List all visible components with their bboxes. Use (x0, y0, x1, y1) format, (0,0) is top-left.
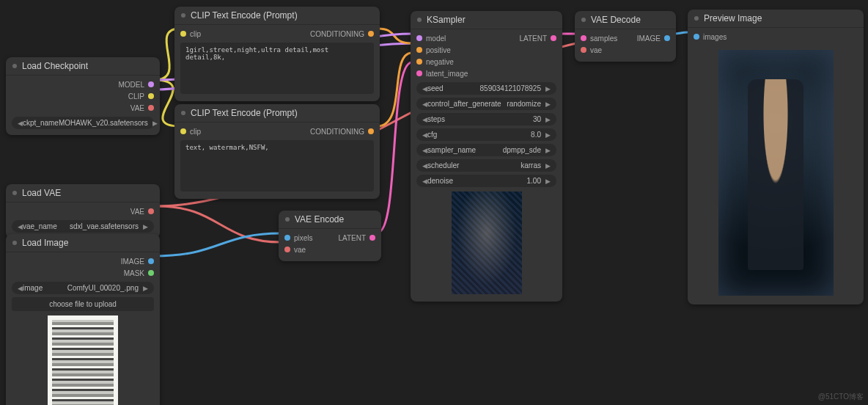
widget-label: ckpt_name (23, 119, 59, 127)
input-vae: vae (590, 46, 602, 54)
output-conditioning: CONDITIONING (310, 128, 364, 136)
steps-widget[interactable]: ◀steps30▶ (416, 113, 556, 125)
ksampler-preview-image (452, 191, 522, 294)
chevron-right-icon: ▶ (143, 285, 148, 292)
output-mask: MASK (124, 269, 144, 277)
node-preview-image[interactable]: Preview Image images (688, 10, 864, 304)
output-vae: VAE (130, 208, 144, 216)
node-load-vae[interactable]: Load VAE VAE ◀ vae_name sdxl_vae.safeten… (6, 184, 160, 238)
input-negative: negative (426, 58, 454, 66)
input-images: images (703, 33, 727, 41)
node-title: VAE Decode (575, 11, 676, 29)
scheduler-widget[interactable]: ◀schedulerkarras▶ (416, 159, 556, 172)
input-model: model (426, 34, 446, 43)
widget-label: image (23, 284, 43, 292)
node-title: CLIP Text Encode (Prompt) (174, 7, 380, 25)
chevron-right-icon: ▶ (143, 223, 148, 230)
input-samples: samples (590, 34, 617, 43)
ckpt-name-select[interactable]: ◀ ckpt_name MOHAWK_v20.safetensors ▶ (12, 117, 154, 129)
widget-label: vae_name (23, 222, 57, 230)
control-after-generate-widget[interactable]: ◀control_after_generaterandomize▶ (416, 98, 556, 110)
upload-button[interactable]: choose file to upload (12, 297, 154, 311)
node-title: CLIP Text Encode (Prompt) (174, 104, 380, 123)
prompt-text[interactable] (180, 140, 374, 191)
prompt-text[interactable] (180, 43, 374, 94)
input-latent-image: latent_image (426, 70, 468, 78)
output-vae: VAE (130, 104, 144, 112)
preview-output-image (718, 50, 834, 296)
input-positive: positive (426, 46, 451, 54)
watermark: @51CTO博客 (818, 392, 864, 402)
node-clip-text-encode-negative[interactable]: CLIP Text Encode (Prompt) clip CONDITION… (174, 104, 380, 199)
output-clip: CLIP (128, 92, 144, 101)
node-title: VAE Encode (279, 211, 381, 229)
input-pixels: pixels (294, 234, 313, 242)
output-conditioning: CONDITIONING (310, 30, 364, 38)
node-vae-encode[interactable]: VAE Encode pixels LATENT vae (279, 211, 381, 261)
chevron-left-icon: ◀ (18, 223, 23, 230)
node-load-image[interactable]: Load Image IMAGE MASK ◀ image ComfyUI_00… (6, 234, 160, 405)
seed-widget[interactable]: ◀seed859034121078925▶ (416, 82, 556, 95)
input-clip: clip (190, 30, 201, 38)
node-title: Load Image (6, 234, 160, 252)
node-title: Load VAE (6, 184, 160, 202)
widget-value: sdxl_vae.safetensors (70, 222, 139, 230)
chevron-left-icon: ◀ (18, 120, 23, 127)
output-image: IMAGE (637, 34, 661, 43)
input-clip: clip (190, 128, 201, 136)
node-vae-decode[interactable]: VAE Decode samples IMAGE vae (575, 11, 676, 62)
input-vae: vae (294, 246, 306, 254)
output-image: IMAGE (121, 258, 144, 266)
node-title: Preview Image (688, 10, 864, 28)
image-select[interactable]: ◀ image ComfyUI_00020_.png ▶ (12, 282, 154, 294)
loaded-image-preview (48, 315, 118, 405)
widget-value: MOHAWK_v20.safetensors (59, 119, 148, 127)
output-latent: LATENT (519, 34, 547, 43)
widget-value: ComfyUI_00020_.png (67, 284, 139, 292)
chevron-right-icon: ▶ (152, 120, 158, 127)
node-clip-text-encode-positive[interactable]: CLIP Text Encode (Prompt) clip CONDITION… (174, 7, 380, 101)
node-title: KSampler (411, 11, 562, 29)
cfg-widget[interactable]: ◀cfg8.0▶ (416, 128, 556, 141)
vae-name-select[interactable]: ◀ vae_name sdxl_vae.safetensors ▶ (12, 220, 154, 233)
output-model: MODEL (118, 81, 144, 89)
denoise-widget[interactable]: ◀denoise1.00▶ (416, 175, 556, 187)
sampler-name-widget[interactable]: ◀sampler_namedpmpp_sde▶ (416, 144, 556, 156)
chevron-left-icon: ◀ (18, 285, 23, 292)
node-ksampler[interactable]: KSampler model LATENT positive negative … (411, 11, 562, 302)
node-load-checkpoint[interactable]: Load Checkpoint MODEL CLIP VAE ◀ ckpt_na… (6, 57, 160, 135)
node-title: Load Checkpoint (6, 57, 160, 76)
output-latent: LATENT (338, 234, 366, 242)
